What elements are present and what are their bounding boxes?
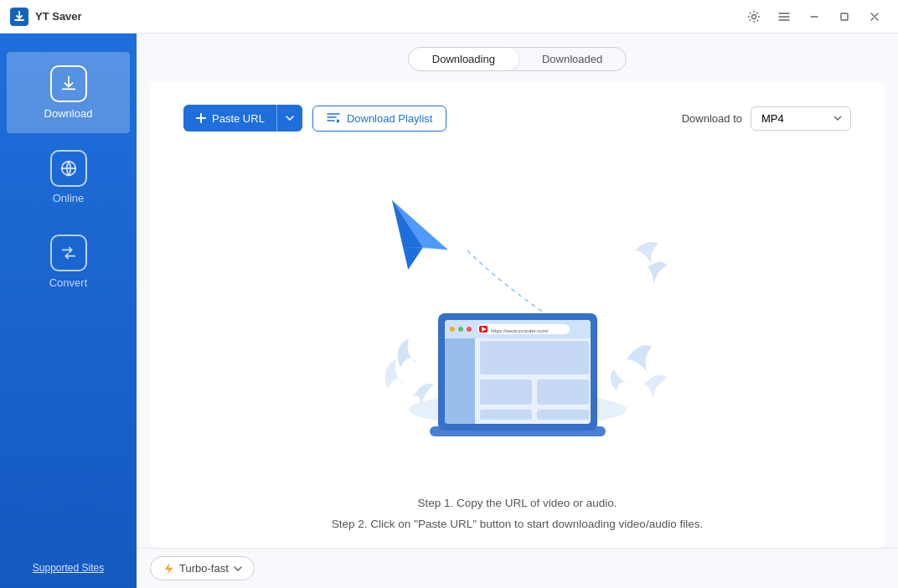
steps-section: Step 1. Copy the URL of video or audio. … bbox=[150, 493, 885, 548]
sidebar-item-online-label: Online bbox=[53, 192, 85, 204]
playlist-icon bbox=[327, 112, 340, 124]
menu-button[interactable] bbox=[771, 5, 797, 28]
step2-text: Step 2. Click on "Paste URL" button to s… bbox=[170, 514, 864, 534]
download-icon bbox=[59, 75, 78, 93]
title-bar: YT Saver bbox=[0, 0, 898, 34]
bottom-bar: Turbo-fast bbox=[137, 548, 898, 588]
sidebar-item-convert[interactable]: Convert bbox=[7, 221, 130, 302]
download-to-group: Download to MP4 MP3 MOV AVI MKV bbox=[682, 106, 851, 131]
turbo-chevron-icon bbox=[234, 566, 242, 571]
sidebar-item-download-label: Download bbox=[44, 107, 93, 120]
tab-bar: Downloading Downloaded bbox=[137, 34, 898, 71]
app-title: YT Saver bbox=[35, 10, 741, 23]
chevron-down-icon bbox=[286, 116, 294, 121]
close-button[interactable] bbox=[861, 5, 888, 28]
download-playlist-button[interactable]: Download Playlist bbox=[312, 106, 447, 132]
format-select[interactable]: MP4 MP3 MOV AVI MKV bbox=[751, 106, 851, 131]
svg-text:https://www.youtube.com/: https://www.youtube.com/ bbox=[491, 328, 549, 333]
convert-icon-box bbox=[50, 235, 87, 271]
maximize-button[interactable] bbox=[831, 5, 858, 28]
step1-text: Step 1. Copy the URL of video or audio. bbox=[170, 493, 864, 513]
svg-rect-19 bbox=[480, 410, 532, 420]
sidebar-item-convert-label: Convert bbox=[49, 276, 88, 289]
svg-rect-1 bbox=[841, 13, 848, 20]
svg-rect-16 bbox=[480, 341, 589, 374]
sidebar-item-download[interactable]: Download bbox=[7, 52, 130, 133]
svg-point-10 bbox=[467, 327, 472, 332]
svg-rect-20 bbox=[537, 410, 589, 420]
paste-url-label: Paste URL bbox=[212, 112, 265, 125]
main-layout: Download Online Convert Supported Sites bbox=[0, 34, 898, 588]
paste-url-dropdown-arrow[interactable] bbox=[277, 109, 302, 127]
svg-rect-18 bbox=[537, 379, 589, 405]
svg-rect-15 bbox=[445, 338, 475, 424]
turbo-fast-button[interactable]: Turbo-fast bbox=[150, 556, 255, 580]
online-icon bbox=[59, 159, 78, 178]
svg-rect-17 bbox=[480, 379, 532, 405]
content-area: Downloading Downloaded Paste URL bbox=[137, 34, 898, 588]
paste-url-main[interactable]: Paste URL bbox=[183, 106, 276, 132]
hero-illustration: https://www.youtube.com/ bbox=[350, 183, 685, 451]
toolbar: Paste URL Download Playlist bbox=[163, 91, 871, 142]
sidebar-bottom: Supported Sites bbox=[33, 560, 104, 588]
app-logo bbox=[10, 8, 28, 26]
paste-url-button[interactable]: Paste URL bbox=[183, 105, 302, 132]
plus-icon bbox=[195, 112, 207, 124]
download-playlist-label: Download Playlist bbox=[347, 112, 433, 125]
lightning-icon bbox=[163, 563, 174, 575]
tab-group: Downloading Downloaded bbox=[408, 47, 627, 71]
tab-downloading[interactable]: Downloading bbox=[409, 48, 519, 70]
turbo-label: Turbo-fast bbox=[179, 562, 229, 575]
settings-button[interactable] bbox=[741, 5, 767, 28]
svg-point-0 bbox=[752, 14, 756, 18]
tab-downloaded[interactable]: Downloaded bbox=[519, 48, 626, 70]
window-controls bbox=[741, 5, 888, 28]
download-to-label: Download to bbox=[682, 112, 742, 125]
supported-sites-link[interactable]: Supported Sites bbox=[33, 562, 104, 574]
illustration-area: https://www.youtube.com/ bbox=[150, 142, 885, 493]
sidebar-item-online[interactable]: Online bbox=[7, 137, 130, 218]
convert-icon bbox=[59, 244, 78, 262]
svg-point-9 bbox=[458, 327, 463, 332]
minimize-button[interactable] bbox=[801, 5, 828, 28]
download-icon-box bbox=[50, 65, 87, 102]
sidebar: Download Online Convert Supported Sites bbox=[0, 34, 137, 588]
online-icon-box bbox=[50, 150, 87, 187]
svg-point-8 bbox=[450, 327, 455, 332]
